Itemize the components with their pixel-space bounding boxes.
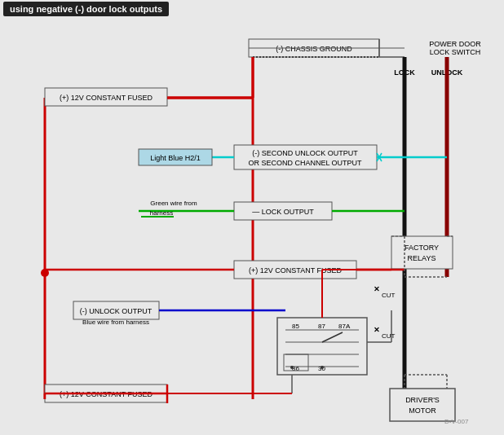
relay-85: 85 [292,323,299,330]
svg-rect-14 [391,236,453,269]
drivers-motor-label: DRIVER'S [405,396,440,404]
cut-x1: ✕ [374,285,380,293]
relay-86: 86 [292,365,299,372]
second-channel-label: OR SECOND CHANNEL OUTPUT [248,159,362,167]
factory-relays-label: FACTORY [405,244,439,252]
relay-87a: 87A [338,323,351,330]
fused1-label: (+) 12V CONSTANT FUSED [60,94,153,102]
blue-wire-label: Blue wire from harness [82,319,149,326]
unlock-output-label: (-) UNLOCK OUTPUT [80,307,153,315]
power-door-lock-label: POWER DOOR [429,40,481,48]
green-wire-label: Green wire from [150,200,197,207]
svg-point-39 [321,366,324,369]
svg-point-38 [290,366,294,369]
second-unlock-label: (-) SECOND UNLOCK OUTPUT [252,149,358,157]
lock-output-label: — LOCK OUTPUT [252,208,314,216]
power-door-lock-label2: LOCK SWITCH [430,48,481,56]
harness-label: harness [150,209,173,217]
watermark: D-V-007 [444,418,469,425]
relay-87: 87 [318,323,325,330]
drivers-motor-label2: MOTOR [409,406,436,415]
svg-rect-48 [390,389,455,421]
wiring-diagram: (-) CHASSIS GROUND POWER DOOR LOCK SWITC… [0,0,504,435]
cut-x2: ✕ [374,326,380,334]
light-blue-label: Light Blue H2/1 [150,154,201,162]
factory-relays-label2: RELAYS [408,254,436,262]
cut-label2: CUT [382,332,396,340]
cut-label1: CUT [382,292,396,299]
chassis-ground-label: (-) CHASSIS GROUND [276,45,352,53]
